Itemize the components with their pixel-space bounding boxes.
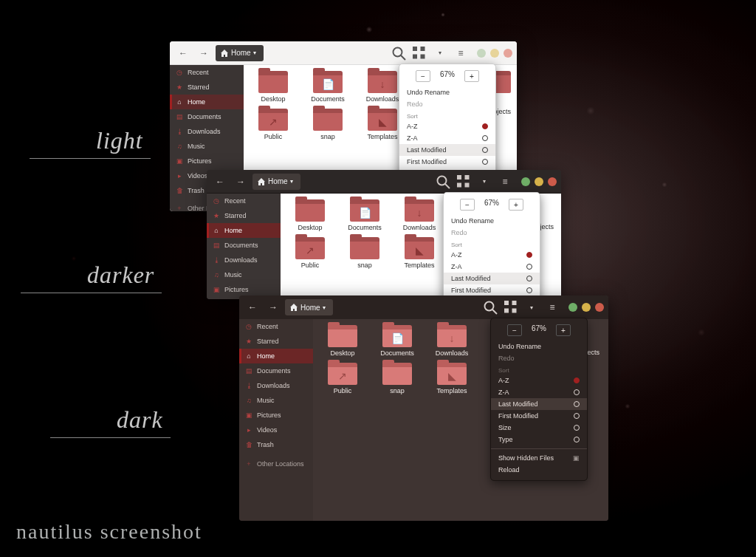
folder-desktop[interactable]: Desktop	[288, 199, 332, 231]
sort-size[interactable]: Size	[491, 422, 587, 434]
minimize-button[interactable]	[477, 49, 486, 58]
search-button[interactable]	[481, 298, 499, 316]
pathbar[interactable]: Home ▾	[216, 45, 264, 61]
sidebar-item-music[interactable]: ♫Music	[170, 139, 244, 154]
zoom-in-button[interactable]: +	[509, 199, 523, 211]
view-toggle-button[interactable]	[410, 44, 428, 62]
maximize-button[interactable]	[490, 49, 499, 58]
zoom-out-button[interactable]: −	[416, 70, 430, 82]
sort-first-modified[interactable]: First Modified	[444, 284, 540, 296]
sort-az[interactable]: A-Z	[444, 249, 540, 261]
sidebar-item-home[interactable]: ⌂Home	[239, 349, 313, 363]
sidebar-item-music[interactable]: ♫Music	[207, 267, 281, 282]
sidebar-item-other[interactable]: +Other Locations	[239, 457, 313, 471]
sidebar-item-pictures[interactable]: ▣Pictures	[170, 154, 244, 168]
view-dropdown-button[interactable]: ▾	[431, 44, 449, 62]
folder-templates[interactable]: ◣Templates	[430, 363, 474, 394]
hamburger-button[interactable]: ≡	[496, 173, 514, 191]
back-button[interactable]: ←	[174, 44, 192, 62]
zoom-in-button[interactable]: +	[556, 324, 571, 336]
search-button[interactable]	[390, 44, 408, 62]
minimize-button[interactable]	[521, 177, 530, 186]
sidebar-item-documents[interactable]: ▤Documents	[207, 238, 281, 253]
folder-documents[interactable]: 📄Documents	[306, 71, 350, 103]
pathbar[interactable]: Home ▾	[285, 299, 333, 315]
sort-za[interactable]: Z-A	[491, 386, 587, 398]
hamburger-button[interactable]: ≡	[543, 298, 561, 316]
menu-undo[interactable]: Undo Rename	[399, 86, 495, 98]
sort-za[interactable]: Z-A	[399, 132, 495, 144]
menu-reload[interactable]: Reload	[491, 464, 587, 476]
folder-documents[interactable]: 📄Documents	[375, 325, 419, 357]
sort-last-modified[interactable]: Last Modified	[491, 398, 587, 410]
menu-redo[interactable]: Redo	[444, 227, 540, 239]
folder-downloads[interactable]: ↓Downloads	[397, 199, 441, 231]
menu-redo[interactable]: Redo	[399, 98, 495, 110]
view-dropdown-button[interactable]: ▾	[523, 298, 540, 316]
folder-public[interactable]: ↗Public	[288, 237, 332, 269]
maximize-button[interactable]	[582, 303, 591, 312]
sort-last-modified[interactable]: Last Modified	[444, 273, 540, 284]
sidebar-item-videos[interactable]: ▸Videos	[239, 423, 313, 437]
menu-show-hidden[interactable]: Show Hidden Files▣	[491, 452, 587, 464]
sidebar-item-recent[interactable]: ◷Recent	[239, 319, 313, 334]
close-button[interactable]	[548, 177, 557, 186]
menu-undo[interactable]: Undo Rename	[491, 341, 587, 352]
sidebar-item-downloads[interactable]: ⭳Downloads	[207, 253, 281, 267]
folder-public[interactable]: ↗Public	[320, 363, 365, 394]
view-toggle-button[interactable]	[502, 298, 520, 316]
zoom-out-button[interactable]: −	[460, 199, 475, 211]
sidebar-item-trash[interactable]: 🗑Trash	[239, 437, 313, 452]
sidebar-item-home[interactable]: ⌂Home	[207, 223, 281, 238]
sidebar-item-recent[interactable]: ◷Recent	[207, 194, 281, 208]
maximize-button[interactable]	[535, 177, 543, 186]
folder-desktop[interactable]: Desktop	[251, 71, 295, 103]
folder-documents[interactable]: 📄Documents	[343, 199, 387, 231]
folder-snap[interactable]: snap	[343, 237, 387, 269]
sort-az[interactable]: A-Z	[399, 120, 495, 132]
search-button[interactable]	[434, 173, 452, 191]
folder-snap[interactable]: snap	[375, 363, 419, 394]
sidebar-item-pictures[interactable]: ▣Pictures	[239, 408, 313, 423]
sort-az[interactable]: A-Z	[491, 375, 587, 386]
back-button[interactable]: ←	[211, 173, 229, 191]
folder-templates[interactable]: ◣Templates	[397, 237, 441, 269]
folder-snap[interactable]: snap	[306, 109, 350, 140]
folder-downloads[interactable]: ↓Downloads	[360, 71, 405, 103]
menu-undo[interactable]: Undo Rename	[444, 215, 540, 227]
sidebar-item-documents[interactable]: ▤Documents	[239, 363, 313, 378]
sidebar-item-downloads[interactable]: ⭳Downloads	[170, 124, 244, 139]
folder-public[interactable]: ↗Public	[251, 109, 295, 140]
folder-desktop[interactable]: Desktop	[320, 325, 365, 357]
sidebar-item-pictures[interactable]: ▣Pictures	[207, 282, 281, 297]
minimize-button[interactable]	[568, 303, 577, 312]
sidebar-item-home[interactable]: ⌂Home	[170, 95, 244, 109]
back-button[interactable]: ←	[244, 298, 261, 316]
view-dropdown-button[interactable]: ▾	[475, 173, 493, 191]
folder-templates[interactable]: ◣Templates	[360, 109, 405, 140]
close-button[interactable]	[504, 49, 512, 58]
sort-za[interactable]: Z-A	[444, 261, 540, 273]
hamburger-button[interactable]: ≡	[452, 44, 470, 62]
zoom-in-button[interactable]: +	[464, 70, 479, 82]
sort-last-modified[interactable]: Last Modified	[399, 144, 495, 156]
folder-downloads[interactable]: ↓Downloads	[430, 325, 474, 357]
sort-first-modified[interactable]: First Modified	[491, 410, 587, 422]
sidebar-item-recent[interactable]: ◷Recent	[170, 65, 244, 80]
sidebar-item-documents[interactable]: ▤Documents	[170, 109, 244, 124]
forward-button[interactable]: →	[232, 173, 250, 191]
sidebar-item-starred[interactable]: ★Starred	[239, 334, 313, 349]
view-toggle-button[interactable]	[455, 173, 472, 191]
sidebar-item-starred[interactable]: ★Starred	[170, 80, 244, 95]
close-button[interactable]	[595, 303, 604, 312]
sidebar-item-downloads[interactable]: ⭳Downloads	[239, 378, 313, 393]
forward-button[interactable]: →	[264, 298, 282, 316]
pathbar[interactable]: Home ▾	[252, 174, 300, 190]
sort-type[interactable]: Type	[491, 434, 587, 445]
zoom-out-button[interactable]: −	[507, 324, 522, 336]
sidebar-item-music[interactable]: ♫Music	[239, 393, 313, 408]
menu-redo[interactable]: Redo	[491, 352, 587, 364]
sidebar-item-starred[interactable]: ★Starred	[207, 208, 281, 223]
forward-button[interactable]: →	[195, 44, 213, 62]
sort-first-modified[interactable]: First Modified	[399, 156, 495, 168]
